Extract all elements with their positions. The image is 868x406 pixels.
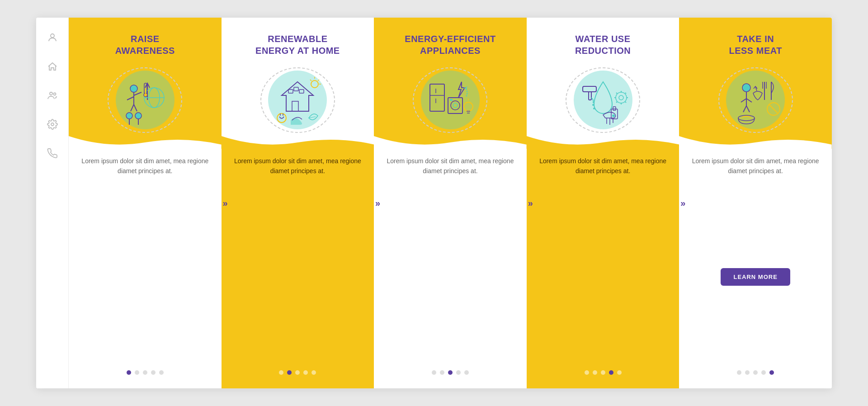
card5-dot-1[interactable] xyxy=(737,370,741,375)
svg-point-1 xyxy=(50,92,52,95)
card4-dot-4[interactable] xyxy=(609,370,613,375)
svg-rect-25 xyxy=(299,90,304,93)
card-raise-awareness: RAISE AWARENESS xyxy=(69,18,222,388)
card5-svg xyxy=(728,75,783,125)
svg-line-61 xyxy=(625,102,626,103)
svg-rect-65 xyxy=(613,107,616,110)
svg-line-79 xyxy=(769,105,778,113)
svg-rect-48 xyxy=(589,92,591,100)
card3-body: Lorem ipsum dolor sit dim amet, mea regi… xyxy=(383,156,518,176)
svg-line-29 xyxy=(318,80,319,81)
svg-line-8 xyxy=(131,104,134,111)
card2-wave-wrap xyxy=(222,136,374,149)
svg-rect-42 xyxy=(450,99,453,101)
svg-rect-23 xyxy=(288,90,293,93)
card2-body: Lorem ipsum dolor sit dim amet, mea regi… xyxy=(231,156,365,176)
card1-illustration xyxy=(104,64,186,136)
learn-more-button[interactable]: LEARN MORE xyxy=(721,268,790,286)
card3-dot-3[interactable] xyxy=(448,370,453,375)
card-renewable-energy: RENEWABLE ENERGY AT HOME xyxy=(222,18,374,388)
card4-title: WATER USE REDUCTION xyxy=(575,33,631,57)
card2-dot-5[interactable] xyxy=(311,370,316,375)
card3-title: ENERGY-EFFICIENT APPLIANCES xyxy=(405,33,495,57)
svg-point-43 xyxy=(464,102,473,111)
card2-wave xyxy=(222,136,374,149)
svg-point-54 xyxy=(616,92,627,103)
card4-body: Lorem ipsum dolor sit dim amet, mea regi… xyxy=(536,156,670,176)
svg-point-66 xyxy=(612,114,615,117)
card3-dot-5[interactable] xyxy=(464,370,469,375)
card5-illustration xyxy=(715,64,796,136)
card-energy-efficient: ENERGY-EFFICIENT APPLIANCES xyxy=(374,18,527,388)
card4-dot-3[interactable] xyxy=(601,370,605,375)
card2-bottom: Lorem ipsum dolor sit dim amet, mea regi… xyxy=(222,149,374,388)
svg-line-69 xyxy=(741,99,746,102)
svg-marker-21 xyxy=(282,82,313,111)
card5-title: TAKE IN LESS MEAT xyxy=(729,33,782,57)
svg-line-72 xyxy=(746,106,750,112)
card1-dot-5[interactable] xyxy=(159,370,164,375)
card4-top: WATER USE REDUCTION xyxy=(527,18,679,136)
card1-dot-1[interactable] xyxy=(127,370,131,375)
card1-bottom: Lorem ipsum dolor sit dim amet, mea regi… xyxy=(69,149,222,388)
card2-dot-3[interactable] xyxy=(295,370,300,375)
card2-top: RENEWABLE ENERGY AT HOME xyxy=(222,18,374,136)
card4-dot-5[interactable] xyxy=(617,370,622,375)
svg-point-3 xyxy=(51,123,54,126)
card5-bottom: Lorem ipsum dolor sit dim amet, mea regi… xyxy=(679,149,832,388)
svg-line-9 xyxy=(134,104,137,111)
card1-pagination xyxy=(127,370,164,379)
card5-dot-5[interactable] xyxy=(769,370,774,375)
card3-illustration xyxy=(410,64,491,136)
card1-svg xyxy=(118,75,172,125)
svg-point-19 xyxy=(135,113,142,119)
sidebar-icon-phone[interactable] xyxy=(46,147,59,160)
card2-title: RENEWABLE ENERGY AT HOME xyxy=(255,33,340,57)
card2-dot-4[interactable] xyxy=(303,370,308,375)
svg-point-40 xyxy=(451,101,460,110)
card4-pagination xyxy=(585,370,622,379)
svg-rect-22 xyxy=(292,101,298,111)
card3-dot-1[interactable] xyxy=(432,370,436,375)
svg-line-62 xyxy=(625,93,626,94)
card5-dot-3[interactable] xyxy=(753,370,758,375)
sidebar-icon-home[interactable] xyxy=(46,60,59,73)
svg-point-41 xyxy=(453,103,458,108)
card4-dot-1[interactable] xyxy=(585,370,589,375)
card3-dot-4[interactable] xyxy=(456,370,461,375)
svg-point-26 xyxy=(311,80,318,88)
card5-body: Lorem ipsum dolor sit dim amet, mea regi… xyxy=(688,156,823,176)
card1-dot-2[interactable] xyxy=(135,370,139,375)
sidebar-icon-user[interactable] xyxy=(46,31,59,44)
card1-wave xyxy=(69,136,222,149)
card3-pagination xyxy=(432,370,469,379)
sidebar-icon-settings[interactable] xyxy=(46,118,59,131)
svg-point-55 xyxy=(619,95,623,100)
cards-container: RAISE AWARENESS xyxy=(69,18,832,388)
card1-body: Lorem ipsum dolor sit dim amet, mea regi… xyxy=(78,156,212,176)
card3-dot-2[interactable] xyxy=(440,370,444,375)
svg-point-4 xyxy=(130,85,137,92)
card1-dot-3[interactable] xyxy=(143,370,147,375)
svg-point-50 xyxy=(593,108,595,109)
svg-rect-16 xyxy=(145,89,146,94)
card2-dot-2[interactable] xyxy=(287,370,292,375)
svg-rect-24 xyxy=(294,87,298,91)
svg-point-0 xyxy=(51,34,54,38)
card4-bottom: Lorem ipsum dolor sit dim amet, mea regi… xyxy=(527,149,679,388)
svg-line-60 xyxy=(616,93,617,94)
app-wrapper: RAISE AWARENESS xyxy=(36,18,832,388)
card1-dot-4[interactable] xyxy=(151,370,156,375)
card5-dot-2[interactable] xyxy=(745,370,750,375)
card2-svg xyxy=(270,75,325,125)
svg-line-30 xyxy=(310,80,311,81)
card4-dot-2[interactable] xyxy=(593,370,597,375)
card2-illustration xyxy=(257,64,338,136)
card2-dot-1[interactable] xyxy=(279,370,283,375)
card5-pagination xyxy=(737,370,774,379)
sidebar-icon-contacts[interactable] xyxy=(46,89,59,102)
card1-title: RAISE AWARENESS xyxy=(115,33,175,57)
card1-wave-wrap xyxy=(69,136,222,149)
svg-rect-35 xyxy=(430,84,444,111)
card5-dot-4[interactable] xyxy=(761,370,766,375)
